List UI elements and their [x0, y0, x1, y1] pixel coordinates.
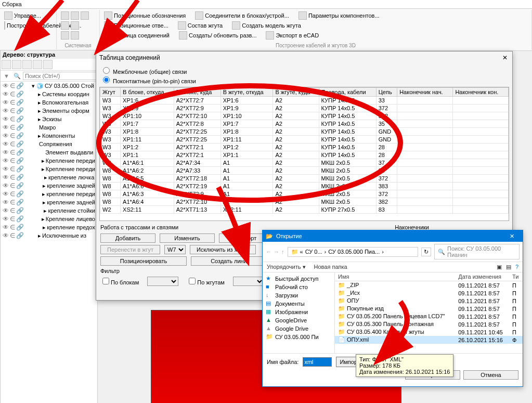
cb-by-harness[interactable]: По жгутам: [187, 276, 225, 286]
tree-item[interactable]: 👁∈🔗▸ крепление задней: [1, 181, 97, 190]
cb-by-blocks[interactable]: По блокам: [100, 276, 139, 286]
file-row[interactable]: 📁 Покупные изд09.11.2021 8:57П: [335, 305, 523, 313]
col-header[interactable]: Провода, кабели: [319, 88, 376, 97]
sys-icon-2[interactable]: [71, 11, 79, 20]
file-row[interactable]: 📁 ОПУ09.11.2021 8:57П: [335, 297, 523, 305]
table-row[interactable]: W8A1*A6:6A2*XT72:19A1A2МКШ 2x0.5383: [100, 183, 509, 190]
close-icon[interactable]: ✕: [501, 54, 509, 62]
tree-search-input[interactable]: [23, 72, 99, 80]
table-row[interactable]: W8A1*A6:1A2*A7:34A1A2МКШ 2x0.537: [100, 159, 509, 167]
tree-item[interactable]: 👁∈🔗 Элемент выдавли: [1, 148, 97, 157]
col-header[interactable]: Цепь: [376, 88, 397, 97]
col-header[interactable]: В блоке, откуда: [121, 88, 174, 97]
table-row[interactable]: W3XP1:9A2*XT72:9XP1:9A2КУПР 14x0.5372: [100, 105, 509, 112]
tree-item[interactable]: 👁∈🔗▸ Эскизы: [1, 115, 97, 123]
cancel-button[interactable]: Отмена: [463, 370, 518, 380]
tree-item[interactable]: 👁∈🔗▸ Исключенные из: [1, 231, 97, 240]
file-row[interactable]: 📄 ОПУ.xml26.10.2021 15:16Ф: [335, 336, 523, 344]
sys-icon-6[interactable]: [61, 31, 69, 40]
sys-icon-4[interactable]: [61, 21, 69, 30]
file-row[interactable]: 📁 СУ 03.05.300 Панель монтажная09.11.202…: [335, 320, 523, 328]
radio-pin-to-pin[interactable]: Поконтактные (pin-to-pin) связи: [100, 78, 196, 84]
blocks-select[interactable]: [147, 277, 178, 286]
move-to-harness-button[interactable]: Перенести в жгут: [100, 245, 160, 254]
view-icon[interactable]: ▣: [497, 264, 502, 270]
file-row[interactable]: 📁 СУ 03.05.200 Панель лицевая LCD7"09.11…: [335, 313, 523, 320]
create-line-button[interactable]: Создать лини: [191, 256, 267, 266]
add-button[interactable]: Добавить: [100, 233, 155, 243]
details-icon[interactable]: ▤: [506, 264, 511, 270]
sidebar-item[interactable]: ▤Документы: [265, 300, 332, 308]
sidebar-item[interactable]: ▦Изображени: [265, 308, 332, 316]
tree-item[interactable]: 👁∈🔗▸ Вспомогательная: [1, 98, 97, 107]
table-row[interactable]: W8A1*A6:5A2*XT72:18A1A2МКШ 2x0.5372: [100, 175, 509, 183]
tree-item[interactable]: 👁∈🔗 Макро: [1, 123, 97, 132]
edit-button[interactable]: Изменить: [160, 233, 215, 243]
harness-select[interactable]: W7: [164, 245, 186, 254]
table-row[interactable]: W2XS2:11A2*XT71:13XS2:11A2КУПР 27x0.583: [100, 206, 509, 214]
table-row[interactable]: W8A1*A6:3A2*XT72:9A1A2МКШ 2x0.5372: [100, 190, 509, 198]
ribbon-pos-designations[interactable]: Позиционные обозначения: [103, 11, 187, 20]
tree-tool-4[interactable]: [33, 60, 42, 69]
col-header[interactable]: Наконечник кон.: [453, 88, 509, 97]
col-header[interactable]: В жгуте, куда: [273, 88, 319, 97]
file-row[interactable]: 📁 _ZIP09.11.2021 8:57П: [335, 281, 523, 290]
ribbon-manage[interactable]: Управле...: [3, 11, 53, 20]
exclude-button[interactable]: Исключить из жгута: [190, 245, 256, 254]
sys-icon-7[interactable]: [71, 31, 79, 40]
tree-item[interactable]: 👁∈🔗▸ Компоненты: [1, 132, 97, 140]
nav-fwd-icon[interactable]: →: [274, 249, 279, 255]
organize-menu[interactable]: Упорядочить ▾: [267, 264, 306, 270]
sys-icon-3[interactable]: [81, 11, 89, 20]
file-row[interactable]: 📁 _Исх09.11.2021 8:57П: [335, 289, 523, 297]
tree-item[interactable]: 👁∈🔗▸ крепление стойки: [1, 206, 97, 215]
ribbon-build-cables[interactable]: Построение кабелей и жгу...: [3, 21, 53, 30]
ribbon-conn-table[interactable]: Таблица соединений: [103, 31, 171, 40]
harness-filter-select[interactable]: [233, 277, 264, 286]
col-header[interactable]: Наконечник нач.: [397, 88, 453, 97]
connections-table-wrap[interactable]: ЖгутВ блоке, откудаВ блоке, кудаВ жгуте,…: [99, 87, 509, 221]
ribbon-connectors[interactable]: Соединители в блоках/устрой...: [194, 11, 290, 20]
table-row[interactable]: W3XP1:11A2*XT72:25XP1:11A2КУПР 14x0.5GND: [100, 136, 509, 144]
sidebar-item[interactable]: ★Быстрый доступ: [265, 275, 332, 283]
table-row[interactable]: W3XP1:10A2*XT72:10XP1:10A2КУПР 14x0.5382: [100, 112, 509, 120]
breadcrumb[interactable]: 📁 « СУ 0... › СУ 03.05.000 Пиа... ›: [288, 247, 419, 257]
tree-item[interactable]: 👁∈🔗▸ крепление переди: [1, 190, 97, 198]
sys-icon-1[interactable]: [61, 11, 69, 20]
tree-item[interactable]: 👁∈🔗▸ крепление предох: [1, 223, 97, 231]
tree-item[interactable]: 👁∈🔗▸ Крепление переди: [1, 165, 97, 173]
tree-tool-1[interactable]: [2, 60, 11, 69]
ribbon-pos-resp[interactable]: Позиционные отве...: [103, 21, 170, 30]
help-icon[interactable]: ?: [515, 264, 518, 270]
table-row[interactable]: W3XP1:8A2*XT72:25XP1:8A2КУПР 14x0.5GND: [100, 128, 509, 136]
sidebar-item[interactable]: 📁СУ 03.05.000 Пи: [265, 333, 332, 341]
tree-item[interactable]: 👁∈🔗▸ Системы координ: [1, 90, 97, 98]
tree-tool-2[interactable]: [12, 60, 21, 69]
filter-icon[interactable]: ▼: [2, 73, 11, 79]
sidebar-item[interactable]: ■Рабочий сто: [265, 283, 332, 291]
sidebar-item[interactable]: ▲GoogleDrive: [265, 316, 332, 324]
col-header[interactable]: Жгут: [100, 88, 121, 97]
file-row[interactable]: 📁 СУ 03.05.400 Кабели и жгуты09.11.2021 …: [335, 328, 523, 336]
radio-interblock[interactable]: Межблочные (общие) связи: [100, 69, 187, 75]
open-close-icon[interactable]: ✕: [504, 232, 520, 240]
tree-item[interactable]: 👁∈🔗▸ Крепление лицево: [1, 215, 97, 223]
table-row[interactable]: W3XP1:6A2*XT72:7XP1:6A2КУПР 14x0.533: [100, 97, 509, 105]
ribbon-tabs[interactable]: Сборка: [0, 0, 532, 9]
table-row[interactable]: W3XP1:2A2*XT72:1XP1:2A2КУПР 14x0.528: [100, 144, 509, 151]
tree-item[interactable]: 👁∈🔗▸ Элементы оформ: [1, 107, 97, 115]
file-list[interactable]: ИмяДата измененияТи📁 _ZIP09.11.2021 8:57…: [335, 272, 523, 353]
refresh-icon[interactable]: ↻: [421, 248, 431, 256]
ribbon-create-update[interactable]: Создать/ обновить разв...: [178, 31, 258, 40]
nav-back-icon[interactable]: ←: [266, 249, 271, 255]
filename-input[interactable]: [303, 357, 332, 367]
tree-item[interactable]: 👁∈🔗▸ крепление задней: [1, 198, 97, 206]
nav-up-icon[interactable]: ↑: [281, 249, 284, 255]
tree-tool-3[interactable]: [22, 60, 32, 69]
ribbon-comp-params[interactable]: Параметры компонентов...: [297, 11, 381, 20]
table-row[interactable]: W3XP1:7A2*XT72:8XP1:7A2КУПР 14x0.535: [100, 120, 509, 128]
position-button[interactable]: Позиционировать: [100, 256, 187, 266]
table-row[interactable]: W8A1*A6:4A2*XT72:10A1A2МКШ 2x0.5382: [100, 198, 509, 206]
file-search[interactable]: 🔍Поиск: СУ 03.05.000 Пианин: [434, 244, 520, 259]
col-header[interactable]: В блоке, куда: [174, 88, 220, 97]
